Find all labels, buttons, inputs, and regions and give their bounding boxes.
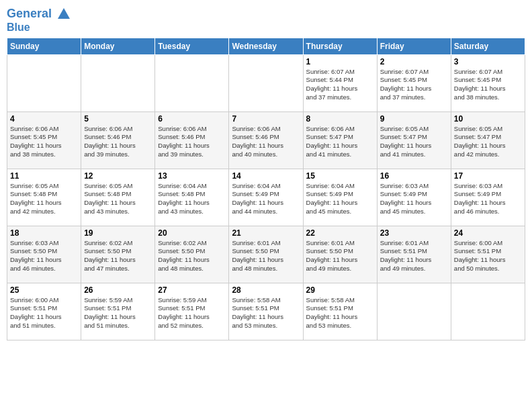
day-number: 13: [158, 171, 226, 181]
day-number: 22: [306, 228, 374, 238]
week-row-1: 1Sunrise: 6:07 AM Sunset: 5:44 PM Daylig…: [7, 54, 525, 111]
calendar-cell: 3Sunrise: 6:07 AM Sunset: 5:45 PM Daylig…: [451, 54, 525, 111]
day-info: Sunrise: 6:02 AM Sunset: 5:50 PM Dayligh…: [84, 239, 152, 273]
calendar-cell: 23Sunrise: 6:01 AM Sunset: 5:51 PM Dayli…: [377, 226, 451, 283]
day-number: 3: [454, 57, 522, 66]
calendar-cell: 2Sunrise: 6:07 AM Sunset: 5:45 PM Daylig…: [377, 54, 451, 111]
day-number: 29: [306, 285, 374, 295]
day-number: 1: [306, 57, 374, 66]
calendar-cell: 6Sunrise: 6:06 AM Sunset: 5:46 PM Daylig…: [155, 111, 229, 169]
day-info: Sunrise: 6:04 AM Sunset: 5:49 PM Dayligh…: [306, 182, 374, 216]
day-number: 7: [232, 114, 300, 124]
calendar-cell: 28Sunrise: 5:58 AM Sunset: 5:51 PM Dayli…: [229, 283, 303, 340]
calendar-cell: 15Sunrise: 6:04 AM Sunset: 5:49 PM Dayli…: [303, 169, 377, 226]
day-info: Sunrise: 6:07 AM Sunset: 5:45 PM Dayligh…: [454, 68, 522, 102]
day-number: 24: [454, 228, 522, 238]
day-info: Sunrise: 6:07 AM Sunset: 5:45 PM Dayligh…: [380, 68, 448, 102]
day-info: Sunrise: 6:00 AM Sunset: 5:51 PM Dayligh…: [10, 296, 78, 330]
calendar-cell: 19Sunrise: 6:02 AM Sunset: 5:50 PM Dayli…: [81, 226, 155, 283]
calendar-cell: [155, 54, 229, 111]
calendar-cell: 12Sunrise: 6:05 AM Sunset: 5:48 PM Dayli…: [81, 169, 155, 226]
day-number: 8: [306, 114, 374, 124]
calendar-cell: [81, 54, 155, 111]
day-number: 14: [232, 171, 300, 181]
day-number: 5: [84, 114, 152, 124]
calendar-cell: 26Sunrise: 5:59 AM Sunset: 5:51 PM Dayli…: [81, 283, 155, 340]
day-number: 28: [232, 285, 300, 295]
day-info: Sunrise: 6:01 AM Sunset: 5:51 PM Dayligh…: [380, 239, 448, 273]
calendar-cell: 27Sunrise: 5:59 AM Sunset: 5:51 PM Dayli…: [155, 283, 229, 340]
week-row-2: 4Sunrise: 6:06 AM Sunset: 5:45 PM Daylig…: [7, 111, 525, 169]
day-number: 6: [158, 114, 226, 124]
calendar-cell: 13Sunrise: 6:04 AM Sunset: 5:48 PM Dayli…: [155, 169, 229, 226]
day-info: Sunrise: 5:58 AM Sunset: 5:51 PM Dayligh…: [232, 296, 300, 330]
header-cell-monday: Monday: [81, 38, 155, 54]
header-cell-wednesday: Wednesday: [229, 38, 303, 54]
calendar-cell: [7, 54, 81, 111]
header-cell-tuesday: Tuesday: [155, 38, 229, 54]
calendar-cell: [377, 283, 451, 340]
day-number: 4: [10, 114, 78, 124]
calendar-cell: [451, 283, 525, 340]
day-info: Sunrise: 6:02 AM Sunset: 5:50 PM Dayligh…: [158, 239, 226, 273]
day-info: Sunrise: 6:04 AM Sunset: 5:49 PM Dayligh…: [232, 182, 300, 216]
calendar-cell: 20Sunrise: 6:02 AM Sunset: 5:50 PM Dayli…: [155, 226, 229, 283]
calendar-cell: 22Sunrise: 6:01 AM Sunset: 5:50 PM Dayli…: [303, 226, 377, 283]
day-info: Sunrise: 6:05 AM Sunset: 5:47 PM Dayligh…: [380, 125, 448, 159]
calendar-cell: 1Sunrise: 6:07 AM Sunset: 5:44 PM Daylig…: [303, 54, 377, 111]
day-number: 12: [84, 171, 152, 181]
header-row: SundayMondayTuesdayWednesdayThursdayFrid…: [7, 38, 525, 54]
day-info: Sunrise: 6:07 AM Sunset: 5:44 PM Dayligh…: [306, 68, 374, 102]
day-info: Sunrise: 6:04 AM Sunset: 5:48 PM Dayligh…: [158, 182, 226, 216]
calendar-cell: 10Sunrise: 6:05 AM Sunset: 5:47 PM Dayli…: [451, 111, 525, 169]
day-info: Sunrise: 5:58 AM Sunset: 5:51 PM Dayligh…: [306, 296, 374, 330]
day-number: 9: [380, 114, 448, 124]
day-info: Sunrise: 6:06 AM Sunset: 5:46 PM Dayligh…: [232, 125, 300, 159]
day-info: Sunrise: 6:06 AM Sunset: 5:45 PM Dayligh…: [10, 125, 78, 159]
header-cell-friday: Friday: [377, 38, 451, 54]
logo-text: General: [7, 7, 71, 21]
day-number: 23: [380, 228, 448, 238]
day-info: Sunrise: 6:05 AM Sunset: 5:48 PM Dayligh…: [84, 182, 152, 216]
day-info: Sunrise: 6:06 AM Sunset: 5:46 PM Dayligh…: [158, 125, 226, 159]
calendar-cell: 4Sunrise: 6:06 AM Sunset: 5:45 PM Daylig…: [7, 111, 81, 169]
logo: General Blue: [7, 7, 71, 34]
day-number: 26: [84, 285, 152, 295]
calendar-table: SundayMondayTuesdayWednesdayThursdayFrid…: [7, 38, 525, 340]
calendar-body: 1Sunrise: 6:07 AM Sunset: 5:44 PM Daylig…: [7, 54, 525, 340]
calendar-cell: 7Sunrise: 6:06 AM Sunset: 5:46 PM Daylig…: [229, 111, 303, 169]
header-cell-saturday: Saturday: [451, 38, 525, 54]
page-header: General Blue: [7, 7, 525, 34]
calendar-cell: 11Sunrise: 6:05 AM Sunset: 5:48 PM Dayli…: [7, 169, 81, 226]
day-info: Sunrise: 6:03 AM Sunset: 5:49 PM Dayligh…: [454, 182, 522, 216]
calendar-header: SundayMondayTuesdayWednesdayThursdayFrid…: [7, 38, 525, 54]
calendar-cell: 5Sunrise: 6:06 AM Sunset: 5:46 PM Daylig…: [81, 111, 155, 169]
calendar-cell: 25Sunrise: 6:00 AM Sunset: 5:51 PM Dayli…: [7, 283, 81, 340]
day-info: Sunrise: 6:00 AM Sunset: 5:51 PM Dayligh…: [454, 239, 522, 273]
day-info: Sunrise: 6:03 AM Sunset: 5:49 PM Dayligh…: [380, 182, 448, 216]
calendar-cell: 17Sunrise: 6:03 AM Sunset: 5:49 PM Dayli…: [451, 169, 525, 226]
day-number: 15: [306, 171, 374, 181]
day-info: Sunrise: 6:01 AM Sunset: 5:50 PM Dayligh…: [232, 239, 300, 273]
calendar-cell: 16Sunrise: 6:03 AM Sunset: 5:49 PM Dayli…: [377, 169, 451, 226]
day-info: Sunrise: 5:59 AM Sunset: 5:51 PM Dayligh…: [84, 296, 152, 330]
day-number: 27: [158, 285, 226, 295]
calendar-cell: 9Sunrise: 6:05 AM Sunset: 5:47 PM Daylig…: [377, 111, 451, 169]
day-number: 21: [232, 228, 300, 238]
week-row-3: 11Sunrise: 6:05 AM Sunset: 5:48 PM Dayli…: [7, 169, 525, 226]
calendar-cell: 8Sunrise: 6:06 AM Sunset: 5:47 PM Daylig…: [303, 111, 377, 169]
header-cell-thursday: Thursday: [303, 38, 377, 54]
calendar-cell: [229, 54, 303, 111]
logo-subtext: Blue: [7, 21, 71, 34]
day-info: Sunrise: 6:06 AM Sunset: 5:47 PM Dayligh…: [306, 125, 374, 159]
calendar-cell: 21Sunrise: 6:01 AM Sunset: 5:50 PM Dayli…: [229, 226, 303, 283]
svg-marker-0: [58, 8, 70, 19]
day-number: 20: [158, 228, 226, 238]
day-info: Sunrise: 6:06 AM Sunset: 5:46 PM Dayligh…: [84, 125, 152, 159]
day-number: 17: [454, 171, 522, 181]
day-info: Sunrise: 5:59 AM Sunset: 5:51 PM Dayligh…: [158, 296, 226, 330]
day-number: 18: [10, 228, 78, 238]
day-number: 16: [380, 171, 448, 181]
day-number: 2: [380, 57, 448, 66]
calendar-cell: 24Sunrise: 6:00 AM Sunset: 5:51 PM Dayli…: [451, 226, 525, 283]
